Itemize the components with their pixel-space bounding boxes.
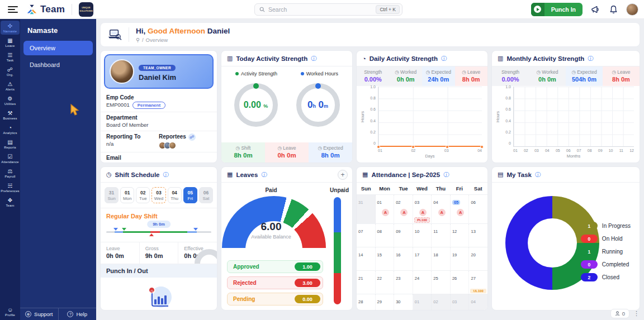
calendar-day[interactable]: 01 (413, 294, 432, 311)
reportees-avatars[interactable] (159, 142, 211, 149)
app-logo[interactable]: Team (26, 3, 65, 16)
shift-day-mon[interactable]: 01Mon (120, 187, 134, 203)
day-number: 09 (396, 229, 400, 234)
shift-day-fri[interactable]: 05Fri (183, 187, 197, 203)
tick-label: 08 (588, 149, 592, 154)
help-button[interactable]: ? Help (59, 308, 97, 320)
global-search[interactable]: Ctrl + K (254, 3, 402, 16)
rail-item-analytics[interactable]: ◔Analytics (1, 122, 20, 136)
calendar-icon: ▦ (227, 171, 233, 178)
calendar-day[interactable]: 05A (451, 195, 470, 224)
legend-item-completed[interactable]: 0Completed (581, 260, 631, 269)
breadcrumb-overview-link[interactable]: Overview (146, 37, 168, 43)
calendar-day[interactable]: 03APL100 (413, 195, 432, 224)
shift-day-sat[interactable]: 06Sat (199, 187, 213, 203)
calendar-day[interactable]: 19 (451, 247, 470, 271)
calendar-day[interactable]: 09 (394, 224, 413, 247)
search-input[interactable] (268, 6, 372, 13)
announcements-icon[interactable] (591, 5, 601, 14)
calendar-day[interactable]: 11 (432, 224, 451, 247)
shift-day-wed[interactable]: 03Wed (151, 187, 165, 203)
legend-item-on-hold[interactable]: 0On Hold (581, 235, 631, 243)
rail-item-attendance[interactable]: ☑Attendance (1, 151, 20, 165)
rail-item-team[interactable]: ✥Team (1, 195, 20, 209)
info-icon[interactable]: ⓘ (535, 171, 541, 179)
rail-item-org[interactable]: ☍Org. (1, 64, 20, 78)
info-icon[interactable]: ⓘ (261, 171, 267, 179)
rail-item-preferences[interactable]: ☵Preferences (1, 180, 20, 194)
team-icon: ✥ (8, 197, 12, 203)
calendar-day[interactable]: 02 (432, 294, 451, 311)
kebab-menu-icon[interactable]: ⋮ (633, 310, 640, 317)
shift-day-tue[interactable]: 02Tue (136, 187, 150, 203)
calendar-day[interactable]: 07 (357, 224, 376, 247)
legend-item-in-progress[interactable]: 1In Progress (581, 222, 631, 230)
rail-item-alerts[interactable]: ⚠Alerts (1, 79, 20, 93)
user-avatar[interactable] (626, 3, 638, 16)
calendar-day[interactable]: 12 (451, 224, 470, 247)
rail-item-business[interactable]: ⚒Business (1, 108, 20, 122)
calendar-day[interactable]: 30 (394, 294, 413, 311)
calendar-day[interactable]: 13 (469, 224, 487, 247)
main-content: Hi, Good Afternoon Daniel ⚲ / Overview T… (96, 19, 644, 320)
calendar-day[interactable]: 06 (469, 195, 487, 224)
calendar-day[interactable]: 02A (394, 195, 413, 224)
rail-item-utilities[interactable]: ⚙Utilities (1, 93, 20, 107)
calendar-day[interactable]: 15 (376, 247, 395, 271)
hamburger-menu-icon[interactable] (8, 6, 18, 13)
calendar-day[interactable]: 16 (394, 247, 413, 271)
calendar-day[interactable]: 08 (376, 224, 395, 247)
online-users-button[interactable]: 0 (610, 309, 629, 318)
calendar-day[interactable]: 04 (469, 294, 487, 311)
profile-photo[interactable] (110, 59, 134, 84)
punch-in-button[interactable]: Punch In (531, 3, 583, 16)
calendar-day[interactable]: 01A (376, 195, 395, 224)
support-button[interactable]: ⊛ Support (20, 308, 59, 320)
calendar-day[interactable]: 25 (432, 271, 451, 294)
legend-item-running[interactable]: 1Running (581, 247, 631, 256)
calendar-day[interactable]: 10 (413, 224, 432, 247)
clock-icon: ◷ (612, 69, 616, 75)
rail-item-profile[interactable]: ☺Profile (1, 304, 20, 318)
calendar-day[interactable]: 20 (469, 247, 487, 271)
rail-item-label: Org. (7, 73, 13, 77)
org-badge[interactable]: UNIQUE SOLUTIONS (79, 2, 93, 17)
calendar-day[interactable]: 31 (357, 195, 376, 224)
info-icon[interactable]: ⓘ (311, 55, 316, 63)
rail-item-label: Attendance (1, 160, 18, 164)
day-number: 24 (415, 276, 419, 281)
info-icon[interactable]: ⓘ (163, 171, 168, 179)
calendar-day[interactable]: 23 (394, 271, 413, 294)
calendar-day[interactable]: 14 (357, 247, 376, 271)
rail-item-task[interactable]: ☰Task (1, 50, 20, 64)
calendar-day[interactable]: 21 (357, 271, 376, 294)
info-icon[interactable]: ⓘ (588, 55, 593, 63)
rail-item-payroll[interactable]: ⚖Payroll (1, 166, 20, 180)
calendar-day[interactable]: 18 (432, 247, 451, 271)
calendar-day[interactable]: 27UL100 (469, 271, 487, 294)
calendar-day[interactable]: 29 (376, 294, 395, 311)
rail-item-namaste[interactable]: ✣Namaste (1, 21, 20, 35)
card-title: Leaves (236, 171, 258, 178)
calendar-day[interactable]: 24 (413, 271, 432, 294)
menu-item-overview[interactable]: Overview (23, 41, 93, 55)
shift-day-thu[interactable]: 04Thu (168, 187, 182, 203)
rail-item-reports[interactable]: ▤Reports (1, 137, 20, 151)
calendar-day[interactable]: 04A (432, 195, 451, 224)
legend-item-closed[interactable]: 2Closed (581, 273, 631, 281)
tick-label: 0.6 (370, 107, 376, 111)
shift-day-sun[interactable]: 31Sun (105, 187, 119, 203)
add-leave-button[interactable]: + (338, 170, 348, 180)
rail-item-leave[interactable]: ▦Leave (1, 35, 20, 49)
calendar-day[interactable]: 17 (413, 247, 432, 271)
calendar-day[interactable]: 28 (357, 294, 376, 311)
calendar-day[interactable]: 03 (451, 294, 470, 311)
day-number: 15 (377, 252, 382, 257)
info-icon[interactable]: ⓘ (441, 55, 447, 63)
notifications-bell-icon[interactable] (609, 5, 618, 14)
menu-item-dashboard[interactable]: Dashboard (23, 58, 93, 72)
calendar-day[interactable]: 22 (376, 271, 395, 294)
tick-label: 0.8 (370, 96, 376, 100)
info-icon[interactable]: ⓘ (443, 171, 449, 179)
calendar-day[interactable]: 26 (451, 271, 470, 294)
